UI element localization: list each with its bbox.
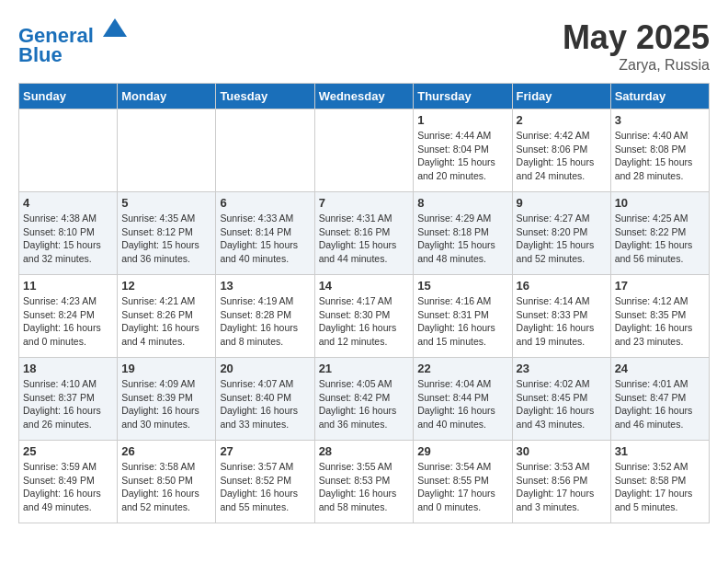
calendar-day: 23Sunrise: 4:02 AM Sunset: 8:45 PM Dayli… — [512, 358, 610, 441]
logo-icon — [101, 15, 129, 42]
page-header: General Blue May 2025 Zarya, Russia — [18, 18, 710, 74]
calendar-day — [118, 109, 216, 192]
day-number: 10 — [615, 196, 705, 210]
day-number: 18 — [23, 362, 113, 375]
calendar-day: 15Sunrise: 4:16 AM Sunset: 8:31 PM Dayli… — [414, 275, 512, 358]
weekday-header-friday: Friday — [512, 84, 610, 109]
calendar-day: 28Sunrise: 3:55 AM Sunset: 8:53 PM Dayli… — [314, 441, 414, 523]
day-number: 24 — [615, 362, 705, 375]
calendar-day: 2Sunrise: 4:42 AM Sunset: 8:06 PM Daylig… — [512, 109, 610, 192]
day-number: 22 — [417, 362, 507, 375]
weekday-header-saturday: Saturday — [610, 84, 709, 109]
day-info: Sunrise: 3:53 AM Sunset: 8:56 PM Dayligh… — [517, 460, 607, 514]
day-number: 12 — [121, 279, 211, 293]
calendar-week-5: 25Sunrise: 3:59 AM Sunset: 8:49 PM Dayli… — [19, 441, 710, 523]
day-info: Sunrise: 4:29 AM Sunset: 8:18 PM Dayligh… — [417, 212, 507, 266]
day-number: 30 — [517, 444, 607, 458]
calendar-week-1: 1Sunrise: 4:44 AM Sunset: 8:04 PM Daylig… — [19, 109, 710, 192]
calendar-week-3: 11Sunrise: 4:23 AM Sunset: 8:24 PM Dayli… — [19, 275, 710, 358]
day-info: Sunrise: 4:04 AM Sunset: 8:44 PM Dayligh… — [417, 377, 507, 431]
calendar-day: 31Sunrise: 3:52 AM Sunset: 8:58 PM Dayli… — [610, 441, 709, 523]
day-number: 1 — [417, 113, 507, 127]
day-info: Sunrise: 4:21 AM Sunset: 8:26 PM Dayligh… — [121, 294, 211, 349]
day-number: 27 — [220, 444, 310, 458]
calendar-day — [314, 109, 414, 192]
day-number: 20 — [220, 362, 310, 375]
day-number: 23 — [517, 362, 607, 375]
calendar-table: SundayMondayTuesdayWednesdayThursdayFrid… — [18, 83, 710, 523]
day-info: Sunrise: 4:25 AM Sunset: 8:22 PM Dayligh… — [615, 212, 705, 266]
day-info: Sunrise: 3:54 AM Sunset: 8:55 PM Dayligh… — [417, 460, 507, 514]
day-number: 28 — [319, 444, 410, 458]
calendar-day: 19Sunrise: 4:09 AM Sunset: 8:39 PM Dayli… — [118, 358, 216, 441]
calendar-day: 18Sunrise: 4:10 AM Sunset: 8:37 PM Dayli… — [19, 358, 118, 441]
day-info: Sunrise: 4:27 AM Sunset: 8:20 PM Dayligh… — [517, 212, 607, 266]
day-info: Sunrise: 4:07 AM Sunset: 8:40 PM Dayligh… — [220, 377, 310, 431]
calendar-day: 10Sunrise: 4:25 AM Sunset: 8:22 PM Dayli… — [610, 192, 709, 275]
calendar-day: 12Sunrise: 4:21 AM Sunset: 8:26 PM Dayli… — [118, 275, 216, 358]
day-info: Sunrise: 4:14 AM Sunset: 8:33 PM Dayligh… — [517, 294, 607, 349]
calendar-day: 25Sunrise: 3:59 AM Sunset: 8:49 PM Dayli… — [19, 441, 118, 523]
day-info: Sunrise: 4:01 AM Sunset: 8:47 PM Dayligh… — [615, 377, 705, 431]
day-number: 16 — [517, 279, 607, 293]
calendar-day: 24Sunrise: 4:01 AM Sunset: 8:47 PM Dayli… — [610, 358, 709, 441]
day-number: 14 — [319, 279, 410, 293]
day-info: Sunrise: 4:09 AM Sunset: 8:39 PM Dayligh… — [121, 377, 211, 431]
day-number: 26 — [121, 444, 211, 458]
day-info: Sunrise: 4:23 AM Sunset: 8:24 PM Dayligh… — [23, 294, 113, 349]
day-info: Sunrise: 4:40 AM Sunset: 8:08 PM Dayligh… — [615, 129, 705, 183]
calendar-day: 20Sunrise: 4:07 AM Sunset: 8:40 PM Dayli… — [216, 358, 314, 441]
day-number: 3 — [615, 113, 705, 127]
svg-marker-0 — [103, 18, 127, 37]
day-info: Sunrise: 3:52 AM Sunset: 8:58 PM Dayligh… — [615, 460, 705, 514]
calendar-day: 27Sunrise: 3:57 AM Sunset: 8:52 PM Dayli… — [216, 441, 314, 523]
calendar-day: 5Sunrise: 4:35 AM Sunset: 8:12 PM Daylig… — [118, 192, 216, 275]
calendar-day: 17Sunrise: 4:12 AM Sunset: 8:35 PM Dayli… — [610, 275, 709, 358]
month-year-title: May 2025 — [563, 18, 710, 57]
calendar-day — [216, 109, 314, 192]
day-number: 25 — [23, 444, 113, 458]
day-number: 11 — [23, 279, 113, 293]
calendar-body: 1Sunrise: 4:44 AM Sunset: 8:04 PM Daylig… — [19, 109, 710, 523]
calendar-day: 4Sunrise: 4:38 AM Sunset: 8:10 PM Daylig… — [19, 192, 118, 275]
day-number: 5 — [121, 196, 211, 210]
day-info: Sunrise: 4:31 AM Sunset: 8:16 PM Dayligh… — [319, 212, 410, 266]
day-info: Sunrise: 4:33 AM Sunset: 8:14 PM Dayligh… — [220, 212, 310, 266]
calendar-day: 30Sunrise: 3:53 AM Sunset: 8:56 PM Dayli… — [512, 441, 610, 523]
calendar-week-4: 18Sunrise: 4:10 AM Sunset: 8:37 PM Dayli… — [19, 358, 710, 441]
calendar-day: 6Sunrise: 4:33 AM Sunset: 8:14 PM Daylig… — [216, 192, 314, 275]
calendar-header-row: SundayMondayTuesdayWednesdayThursdayFrid… — [19, 84, 710, 109]
day-number: 6 — [220, 196, 310, 210]
calendar-week-2: 4Sunrise: 4:38 AM Sunset: 8:10 PM Daylig… — [19, 192, 710, 275]
day-info: Sunrise: 4:35 AM Sunset: 8:12 PM Dayligh… — [121, 212, 211, 266]
calendar-day: 14Sunrise: 4:17 AM Sunset: 8:30 PM Dayli… — [314, 275, 414, 358]
calendar-day: 11Sunrise: 4:23 AM Sunset: 8:24 PM Dayli… — [19, 275, 118, 358]
logo: General Blue — [18, 18, 129, 67]
weekday-header-wednesday: Wednesday — [314, 84, 414, 109]
day-number: 13 — [220, 279, 310, 293]
calendar-day: 3Sunrise: 4:40 AM Sunset: 8:08 PM Daylig… — [610, 109, 709, 192]
day-info: Sunrise: 4:02 AM Sunset: 8:45 PM Dayligh… — [517, 377, 607, 431]
day-info: Sunrise: 4:17 AM Sunset: 8:30 PM Dayligh… — [319, 294, 410, 349]
calendar-day: 9Sunrise: 4:27 AM Sunset: 8:20 PM Daylig… — [512, 192, 610, 275]
calendar-day: 7Sunrise: 4:31 AM Sunset: 8:16 PM Daylig… — [314, 192, 414, 275]
day-number: 2 — [517, 113, 607, 127]
day-info: Sunrise: 4:19 AM Sunset: 8:28 PM Dayligh… — [220, 294, 310, 349]
calendar-day: 22Sunrise: 4:04 AM Sunset: 8:44 PM Dayli… — [414, 358, 512, 441]
day-number: 15 — [417, 279, 507, 293]
day-info: Sunrise: 3:58 AM Sunset: 8:50 PM Dayligh… — [121, 460, 211, 514]
calendar-day: 29Sunrise: 3:54 AM Sunset: 8:55 PM Dayli… — [414, 441, 512, 523]
day-number: 17 — [615, 279, 705, 293]
weekday-header-tuesday: Tuesday — [216, 84, 314, 109]
calendar-day: 8Sunrise: 4:29 AM Sunset: 8:18 PM Daylig… — [414, 192, 512, 275]
location-title: Zarya, Russia — [563, 57, 710, 74]
day-info: Sunrise: 4:44 AM Sunset: 8:04 PM Dayligh… — [417, 129, 507, 183]
calendar-day: 21Sunrise: 4:05 AM Sunset: 8:42 PM Dayli… — [314, 358, 414, 441]
title-block: May 2025 Zarya, Russia — [563, 18, 710, 74]
day-number: 19 — [121, 362, 211, 375]
day-info: Sunrise: 4:05 AM Sunset: 8:42 PM Dayligh… — [319, 377, 410, 431]
calendar-day: 16Sunrise: 4:14 AM Sunset: 8:33 PM Dayli… — [512, 275, 610, 358]
day-number: 29 — [417, 444, 507, 458]
day-info: Sunrise: 3:57 AM Sunset: 8:52 PM Dayligh… — [220, 460, 310, 514]
day-info: Sunrise: 3:59 AM Sunset: 8:49 PM Dayligh… — [23, 460, 113, 514]
